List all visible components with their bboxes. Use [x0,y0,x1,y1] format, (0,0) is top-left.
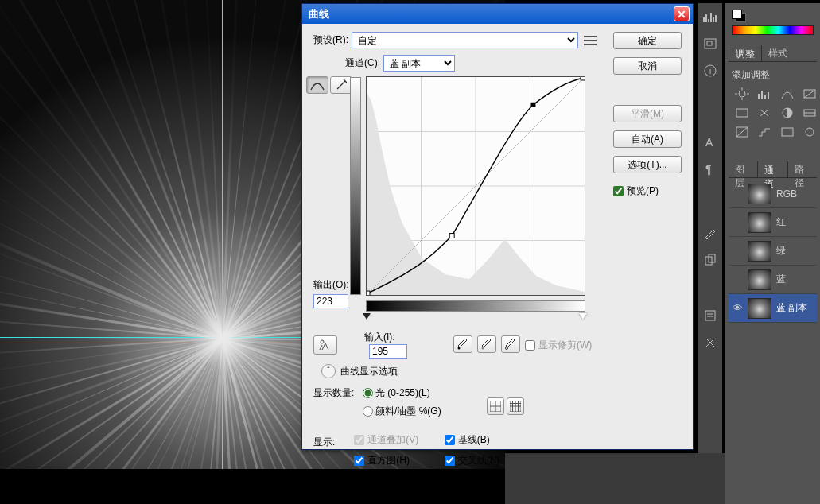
svg-rect-28 [705,39,716,48]
input-gradient [366,300,585,312]
character-icon[interactable]: A [702,135,718,149]
options-button[interactable]: 选项(T)... [613,156,682,173]
clone-source-icon[interactable] [702,253,718,267]
preset-menu-icon[interactable] [583,33,597,48]
adjust-tabbar: 调整 样式 [729,45,817,62]
hsl-icon[interactable] [757,106,771,120]
curve-tool-column [313,76,345,94]
ok-button[interactable]: 确定 [613,32,682,49]
output-gradient [350,77,361,295]
chk-intersection[interactable]: 交叉线(N) [445,454,532,467]
dialog-title: 曲线 [305,7,674,21]
svg-point-17 [506,347,508,350]
svg-point-15 [458,347,461,350]
svg-rect-0 [584,36,597,37]
tab-paths[interactable]: 路径 [788,161,817,177]
channel-item-blue[interactable]: 蓝 [729,266,817,294]
layers-tabbar: 图层 通道 路径 [729,161,817,178]
grid-fine-icon[interactable] [507,397,524,415]
svg-rect-51 [782,128,793,136]
channel-item-green[interactable]: 绿 [729,237,817,266]
canvas-bottom-strip [0,469,505,504]
curve-draw-tool[interactable] [330,76,352,94]
svg-point-16 [482,347,484,350]
output-label: 输出(O): [313,278,350,292]
dialog-titlebar[interactable]: 曲线 ✕ [302,4,693,24]
target-adjust-tool[interactable] [313,335,337,355]
color-ramp[interactable] [732,25,814,35]
eye-icon[interactable]: 👁 [732,302,743,314]
bw-icon[interactable] [780,106,795,120]
cancel-button[interactable]: 取消 [613,57,682,75]
guide-vertical[interactable] [222,0,223,469]
svg-rect-13 [367,291,370,295]
preview-checkbox[interactable]: 预览(P) [613,184,682,198]
svg-rect-12 [581,77,585,80]
channel-item-blue-copy[interactable]: 👁 蓝 副本 [729,294,817,323]
channels-list: RGB 红 绿 蓝 👁 蓝 副本 [729,180,817,323]
curve-display-label: 曲线显示选项 [340,365,398,378]
show-clipping-checkbox[interactable]: 显示修剪(W) [525,339,592,352]
white-point-slider[interactable] [579,313,587,320]
brush-icon[interactable] [702,226,718,240]
posterize-icon[interactable] [757,125,771,139]
curve-point-tool[interactable] [306,76,328,94]
svg-text:¶: ¶ [705,163,712,176]
tab-channels[interactable]: 通道 [757,161,787,177]
channel-select[interactable]: 蓝 副本 [383,55,455,72]
vibrance-icon[interactable] [735,106,749,120]
input-field[interactable] [369,344,407,359]
channel-item-rgb[interactable]: RGB [729,180,817,208]
output-field[interactable] [313,294,348,308]
chk-baseline[interactable]: 基线(B) [445,433,532,447]
radio-light[interactable]: 光 (0-255)(L) [363,386,430,400]
navigator-icon[interactable] [702,37,718,51]
foreground-background-swatch[interactable] [732,10,746,22]
preset-select[interactable]: 自定 [352,32,578,48]
info-icon[interactable]: i [702,64,718,78]
channel-thumbnail [748,212,771,233]
auto-button[interactable]: 自动(A) [613,130,682,148]
eyedropper-black[interactable] [453,335,472,353]
svg-rect-2 [584,44,597,45]
foreground-swatch[interactable] [732,10,742,19]
threshold-icon[interactable] [780,125,795,139]
preset-label: 预设(R): [313,33,348,47]
histogram-icon[interactable] [702,10,718,24]
svg-point-52 [806,128,814,136]
curve-display-options: 显示数量: 光 (0-255)(L) 颜料/油墨 %(G) [313,386,597,423]
tools-icon[interactable] [702,335,718,350]
channel-thumbnail [748,269,771,290]
tab-layers[interactable]: 图层 [729,161,757,177]
channel-label: 通道(C): [345,56,380,70]
gradient-icon[interactable] [803,106,817,120]
tab-style[interactable]: 样式 [762,45,794,61]
radio-ink[interactable]: 颜料/油墨 %(G) [363,405,441,418]
smooth-button: 平滑(M) [613,105,682,122]
show-label: 显示: [313,436,352,449]
curve-grid[interactable] [366,76,585,296]
invert-icon[interactable] [735,125,749,139]
tab-adjust[interactable]: 调整 [729,45,762,61]
brightness-icon[interactable] [735,87,749,101]
exposure-icon[interactable] [803,87,817,101]
channel-item-red[interactable]: 红 [729,208,817,237]
close-button[interactable]: ✕ [674,6,690,21]
eyedropper-gray[interactable] [477,335,496,353]
show-checkbox-group: 显示: 通道叠加(V) 基线(B) 直方图(H) 交叉线(N) [313,433,532,468]
collapse-icon[interactable]: ˆ [321,364,336,378]
selective-color-icon[interactable] [803,125,817,139]
chk-histogram[interactable]: 直方图(H) [354,454,441,467]
notes-icon[interactable] [702,308,718,323]
curves-icon[interactable] [780,87,795,101]
levels-icon[interactable] [757,87,771,101]
svg-rect-29 [707,41,712,45]
grid-coarse-icon[interactable] [487,397,504,415]
dialog-button-column: 确定 取消 平滑(M) 自动(A) 选项(T)... 预览(P) [613,32,682,198]
svg-rect-45 [736,109,748,117]
paragraph-icon[interactable]: ¶ [702,162,718,176]
eyedropper-white[interactable] [501,335,520,353]
black-point-slider[interactable] [363,313,371,320]
chk-channel-overlay[interactable]: 通道叠加(V) [354,433,441,447]
display-amount-label: 显示数量: [313,386,363,400]
